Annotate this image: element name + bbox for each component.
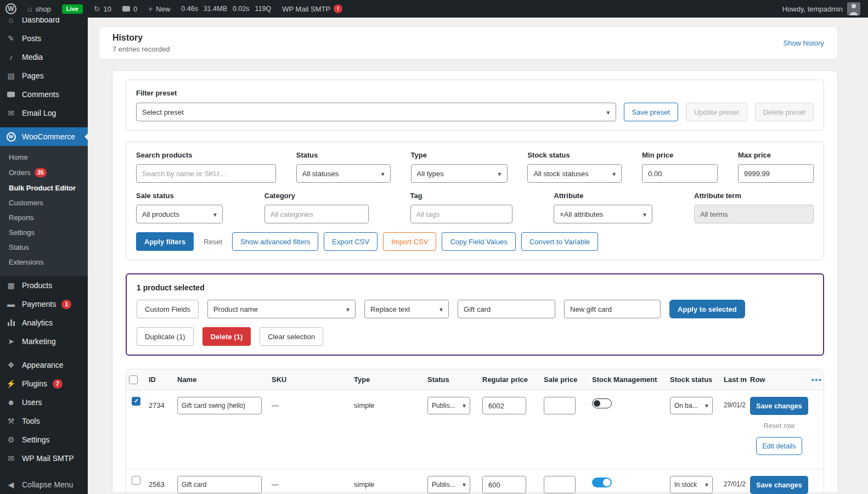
sidebar-item-tools[interactable]: ⚒Tools xyxy=(0,412,88,430)
header-id: ID xyxy=(146,369,174,390)
sidebar-item-wp-mail-smtp[interactable]: ✉WP Mail SMTP xyxy=(0,449,88,468)
sidebar-item-email-log[interactable]: ✉Email Log xyxy=(0,104,88,122)
row-checkbox[interactable] xyxy=(132,397,140,406)
product-name-input[interactable] xyxy=(177,476,262,493)
reset-filters-button[interactable]: Reset xyxy=(199,232,227,251)
chevron-down-icon xyxy=(346,305,350,313)
clear-selection-button[interactable]: Clear selection xyxy=(260,327,323,346)
reset-row-button[interactable]: Reset row xyxy=(764,422,794,430)
submenu-item-settings[interactable]: Settings xyxy=(0,225,88,240)
apply-to-selected-button[interactable]: Apply to selected xyxy=(669,300,745,318)
attribute-label: Attribute xyxy=(554,192,652,200)
sidebar-item-pages[interactable]: ▤Pages xyxy=(0,66,88,85)
woocommerce-icon: W xyxy=(5,132,16,142)
preset-select[interactable]: Select preset xyxy=(136,103,616,121)
save-changes-button[interactable]: Save changes xyxy=(750,397,808,415)
payments-icon: ▬ xyxy=(5,300,16,308)
chevron-down-icon xyxy=(463,402,466,409)
sale-status-label: Sale status xyxy=(136,192,223,200)
submenu-item-orders[interactable]: Orders35 xyxy=(0,165,88,181)
sidebar-item-users[interactable]: ☻Users xyxy=(0,393,88,412)
product-status-select[interactable]: Publis... xyxy=(427,476,470,493)
tag-input[interactable] xyxy=(410,205,512,223)
sidebar-item-marketing[interactable]: ➤Marketing xyxy=(0,332,88,351)
sale-status-select[interactable]: All products xyxy=(136,205,223,223)
wordpress-menu[interactable]: W xyxy=(0,0,22,18)
product-stock-status-select[interactable]: On ba... xyxy=(670,397,713,414)
delete-button[interactable]: Delete (1) xyxy=(202,327,251,346)
mail-icon: ✉ xyxy=(5,454,16,463)
wp-mail-smtp-menu[interactable]: WP Mail SMTP! xyxy=(277,0,348,18)
new-content-menu[interactable]: +New xyxy=(143,0,176,18)
duplicate-button[interactable]: Duplicate (1) xyxy=(137,327,194,346)
sidebar-item-comments[interactable]: Comments xyxy=(0,85,88,104)
sidebar-item-products[interactable]: ▦Products xyxy=(0,276,88,295)
apply-filters-button[interactable]: Apply filters xyxy=(136,232,194,251)
convert-to-variable-button[interactable]: Convert to Variable xyxy=(521,232,598,251)
header-stock-status: Stock status xyxy=(667,369,721,390)
stock-status-label: Stock status xyxy=(527,151,622,159)
attribute-multiselect[interactable]: ×All attributes xyxy=(554,205,652,223)
submenu-item-extensions[interactable]: Extensions xyxy=(0,255,88,270)
product-status-select[interactable]: Publis... xyxy=(427,397,470,414)
regular-price-input[interactable] xyxy=(482,397,526,414)
environment-badge-item[interactable]: Live xyxy=(57,0,88,18)
product-name-input[interactable] xyxy=(177,397,262,414)
stock-management-toggle[interactable] xyxy=(592,398,612,408)
custom-fields-button[interactable]: Custom Fields xyxy=(137,300,199,318)
sidebar-item-settings[interactable]: ⚙Settings xyxy=(0,430,88,449)
orders-count-badge: 35 xyxy=(35,168,47,177)
replace-text-input[interactable] xyxy=(564,300,661,318)
sale-price-input[interactable] xyxy=(544,476,576,493)
submenu-item-reports[interactable]: Reports xyxy=(0,210,88,225)
column-settings-icon[interactable]: ••• xyxy=(811,375,822,384)
sidebar-item-analytics[interactable]: Analytics xyxy=(0,313,88,332)
bulk-operation-select[interactable]: Replace text xyxy=(364,300,449,318)
dashboard-icon: ⌂ xyxy=(5,18,16,24)
stock-status-select[interactable]: All stock statuses xyxy=(527,164,622,183)
stock-management-toggle[interactable] xyxy=(592,478,612,487)
show-advanced-filters-button[interactable]: Show advanced filters xyxy=(232,232,318,251)
sidebar-item-appearance[interactable]: ❖Appearance xyxy=(0,356,88,374)
search-input[interactable] xyxy=(136,164,276,183)
type-select[interactable]: All types xyxy=(411,164,508,183)
collapse-menu-button[interactable]: ◀Collapse Menu xyxy=(0,475,88,494)
search-products-label: Search products xyxy=(136,151,276,159)
account-menu[interactable]: Howdy, tempadmin xyxy=(782,2,868,15)
sidebar-item-posts[interactable]: ✎Posts xyxy=(0,29,88,48)
updates-menu[interactable]: ↻10 xyxy=(88,0,117,18)
show-history-link[interactable]: Show history xyxy=(784,39,824,47)
site-name-link[interactable]: ⌂shop xyxy=(22,0,57,18)
comments-menu[interactable]: 0 xyxy=(117,0,143,18)
query-monitor-menu[interactable]: 0.46s 31.4MB 0.02s 119Q xyxy=(176,0,277,18)
submenu-item-customers[interactable]: Customers xyxy=(0,195,88,210)
sale-price-input[interactable] xyxy=(544,397,576,414)
sidebar-item-payments[interactable]: ▬Payments1 xyxy=(0,295,88,313)
bulk-field-select[interactable]: Product name xyxy=(207,300,356,318)
delete-preset-button[interactable]: Delete preset xyxy=(755,103,814,121)
row-checkbox[interactable] xyxy=(132,476,140,485)
copy-field-values-button[interactable]: Copy Field Values xyxy=(442,232,516,251)
sidebar-item-plugins[interactable]: ⚡Plugins7 xyxy=(0,374,88,393)
export-csv-button[interactable]: Export CSV xyxy=(324,232,377,251)
submenu-item-home[interactable]: Home xyxy=(0,150,88,165)
sidebar-item-media[interactable]: ♪Media xyxy=(0,48,88,66)
category-input[interactable] xyxy=(264,205,369,223)
submenu-item-bulk-product-editor[interactable]: Bulk Product Editor xyxy=(0,181,88,195)
update-preset-button[interactable]: Update preset xyxy=(686,103,747,121)
sidebar-item-dashboard[interactable]: ⌂Dashboard xyxy=(0,18,88,29)
min-price-input[interactable] xyxy=(642,164,718,183)
status-select[interactable]: All statuses xyxy=(296,164,391,183)
submenu-item-status[interactable]: Status xyxy=(0,240,88,255)
sidebar-item-woocommerce[interactable]: WWooCommerce xyxy=(0,127,88,146)
import-csv-button[interactable]: Import CSV xyxy=(383,232,436,251)
find-text-input[interactable] xyxy=(458,300,555,318)
save-changes-button[interactable]: Save changes xyxy=(750,476,808,494)
regular-price-input[interactable] xyxy=(482,476,526,493)
save-preset-button[interactable]: Save preset xyxy=(624,103,678,121)
product-stock-status-select[interactable]: In stock xyxy=(670,476,713,493)
select-all-checkbox[interactable] xyxy=(129,375,138,384)
max-price-input[interactable] xyxy=(738,164,814,183)
bulk-operation-select-value: Replace text xyxy=(370,305,410,313)
edit-details-button[interactable]: Edit details xyxy=(756,437,802,455)
